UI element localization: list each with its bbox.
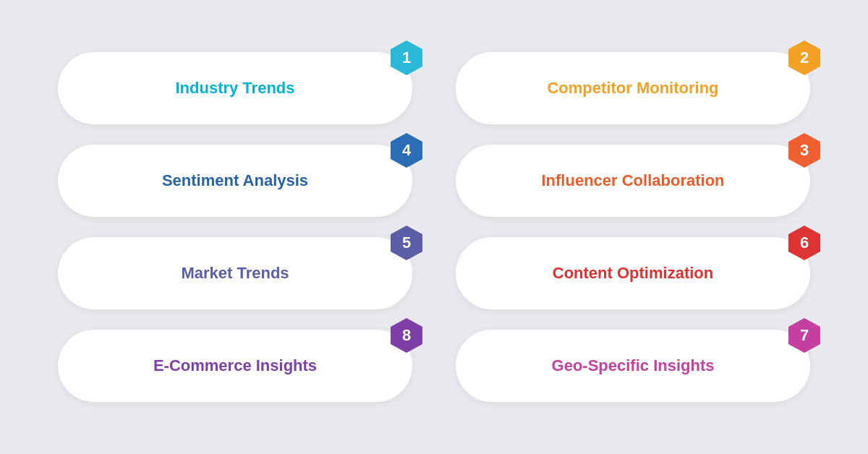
- badge-number-influencer-collaboration: 3: [800, 141, 809, 160]
- card-label-geo-specific-insights: Geo-Specific Insights: [552, 356, 715, 375]
- badge-number-sentiment-analysis: 4: [402, 141, 411, 160]
- card-label-sentiment-analysis: Sentiment Analysis: [162, 171, 308, 190]
- card-label-industry-trends: Industry Trends: [175, 79, 294, 98]
- badge-number-competitor-monitoring: 2: [800, 48, 809, 67]
- card-label-content-optimization: Content Optimization: [553, 264, 713, 283]
- badge-industry-trends: 1: [388, 39, 425, 77]
- badge-geo-specific-insights: 7: [786, 317, 823, 354]
- card-market-trends[interactable]: Market Trends5: [58, 237, 412, 309]
- badge-sentiment-analysis: 4: [388, 132, 425, 169]
- card-label-influencer-collaboration: Influencer Collaboration: [541, 171, 724, 190]
- card-ecommerce-insights[interactable]: E-Commerce Insights8: [58, 330, 412, 402]
- badge-competitor-monitoring: 2: [786, 39, 823, 77]
- card-influencer-collaboration[interactable]: Influencer Collaboration3: [456, 145, 810, 217]
- badge-content-optimization: 6: [786, 224, 823, 262]
- card-competitor-monitoring[interactable]: Competitor Monitoring2: [456, 52, 810, 124]
- badge-number-geo-specific-insights: 7: [800, 326, 809, 345]
- badge-ecommerce-insights: 8: [388, 317, 425, 354]
- badge-number-content-optimization: 6: [800, 234, 809, 252]
- card-label-market-trends: Market Trends: [181, 264, 289, 283]
- card-content-optimization[interactable]: Content Optimization6: [456, 237, 810, 309]
- badge-market-trends: 5: [388, 224, 425, 262]
- badge-influencer-collaboration: 3: [786, 132, 823, 169]
- card-label-ecommerce-insights: E-Commerce Insights: [153, 356, 317, 375]
- badge-number-industry-trends: 1: [402, 48, 411, 67]
- badge-number-ecommerce-insights: 8: [402, 326, 411, 345]
- card-grid: Industry Trends1Competitor Monitoring2Se…: [0, 23, 868, 431]
- card-label-competitor-monitoring: Competitor Monitoring: [547, 79, 718, 98]
- card-geo-specific-insights[interactable]: Geo-Specific Insights7: [456, 330, 810, 402]
- card-sentiment-analysis[interactable]: Sentiment Analysis4: [58, 145, 412, 217]
- card-industry-trends[interactable]: Industry Trends1: [58, 52, 412, 124]
- badge-number-market-trends: 5: [402, 234, 411, 252]
